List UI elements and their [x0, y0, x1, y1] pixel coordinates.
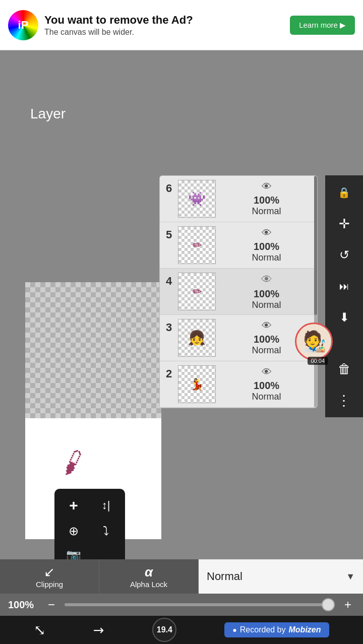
- layer-info: 👁 100% Normal: [220, 366, 313, 402]
- ad-text: You want to remove the Ad? The canvas wi…: [44, 14, 284, 37]
- layer-opacity: 100%: [254, 380, 279, 392]
- transform-tool-button[interactable]: ↗: [90, 620, 108, 639]
- opacity-decrease-button[interactable]: −: [44, 598, 58, 612]
- record-text: Recorded by: [240, 625, 286, 634]
- layer-blend-mode: Normal: [252, 345, 281, 356]
- merge-button[interactable]: ⤵: [92, 521, 120, 541]
- layer-number: 5: [164, 226, 174, 241]
- record-icon: ●: [232, 626, 236, 634]
- add-layer-button[interactable]: +: [59, 494, 88, 517]
- layer-row[interactable]: 6 👾 👁 100% Normal: [160, 176, 317, 222]
- brush-size-value: 19.4: [157, 625, 172, 634]
- layer-thumbnail: ✏: [178, 273, 216, 310]
- ad-title: You want to remove the Ad?: [44, 14, 284, 27]
- layer-number: 2: [164, 365, 174, 380]
- layer-visibility-icon[interactable]: 👁: [262, 320, 272, 332]
- opacity-bar: 100% − +: [0, 594, 363, 616]
- canvas-area: Layer 🖌 6 👾 👁 100% Normal 5 ✏: [0, 50, 363, 590]
- layer-info: 👁 100% Normal: [220, 273, 313, 310]
- opacity-slider-thumb[interactable]: [322, 598, 335, 611]
- blend-mode-text: Normal: [207, 570, 243, 583]
- canvas-checker: [25, 282, 161, 418]
- layer-blend-mode: Normal: [252, 252, 281, 263]
- layer-thumbnail: 👾: [178, 180, 216, 218]
- layer-opacity: 100%: [254, 241, 279, 252]
- ad-logo: iP: [8, 10, 38, 40]
- blend-mode-arrow-icon: ▼: [346, 571, 355, 582]
- layer-thumbnail: ✏: [178, 226, 216, 264]
- layer-row[interactable]: 5 ✏ 👁 100% Normal: [160, 222, 317, 269]
- right-panel: 🔒 ✛ ↺ ⏭ ⬇ 🗑 ⋮: [325, 175, 363, 417]
- lock-icon[interactable]: 🔒: [331, 179, 357, 206]
- clipping-button[interactable]: ↙ Clipping: [0, 559, 99, 594]
- ad-logo-text: iP: [18, 19, 29, 32]
- layer-row[interactable]: 3 👧 👁 100% Normal: [160, 315, 317, 361]
- flip-layer-button[interactable]: ↕|: [92, 494, 120, 517]
- layer-number: 6: [164, 180, 174, 195]
- opacity-increase-button[interactable]: +: [341, 598, 355, 612]
- brush-size-indicator[interactable]: 19.4: [152, 618, 176, 642]
- bottom-bar: ↙ Clipping α Alpha Lock Normal ▼: [0, 559, 363, 594]
- record-badge: ● Recorded by Mobizen: [224, 622, 329, 637]
- move-tool-button[interactable]: ✛: [331, 211, 357, 237]
- layer-thumbnail: 👧: [178, 319, 216, 357]
- layer-blend-mode: Normal: [252, 206, 281, 217]
- layer-row[interactable]: 2 💃 👁 100% Normal: [160, 361, 317, 408]
- layer-visibility-icon[interactable]: 👁: [262, 366, 272, 378]
- layer-row-active[interactable]: 4 ✏ 👁 100% Normal: [160, 269, 317, 315]
- skip-button[interactable]: ⏭: [331, 273, 357, 299]
- layer-opacity: 100%: [254, 288, 279, 300]
- layer-blend-mode: Normal: [252, 300, 281, 310]
- add-group-button[interactable]: ⊕: [59, 521, 88, 541]
- ad-learn-more-button[interactable]: Learn more ▶: [290, 16, 355, 35]
- layer-visibility-icon[interactable]: 👁: [262, 227, 272, 239]
- opacity-value: 100%: [8, 599, 38, 611]
- layer-thumbnail: 💃: [178, 365, 216, 403]
- layer-toolbar: + ↕| ⊕ ⤵ 📷: [54, 489, 125, 570]
- layer-info: 👁 100% Normal: [220, 227, 313, 263]
- record-brand: Mobizen: [289, 625, 321, 634]
- select-tool-button[interactable]: ⤡: [34, 622, 45, 638]
- alpha-lock-button[interactable]: α Alpha Lock: [99, 559, 199, 594]
- avatar-timer: 00:04: [308, 357, 328, 365]
- layer-number: 3: [164, 319, 174, 334]
- layer-blend-mode: Normal: [252, 392, 281, 402]
- avatar: 🧑‍🎨: [295, 323, 333, 360]
- undo-button[interactable]: ↺: [331, 242, 357, 268]
- layer-opacity: 100%: [254, 195, 279, 206]
- layer-visibility-icon[interactable]: 👁: [262, 181, 272, 192]
- layer-number: 4: [164, 273, 174, 288]
- layer-info: 👁 100% Normal: [220, 181, 313, 217]
- layer-scrollbar-thumb[interactable]: [314, 176, 317, 315]
- layer-scrollbar[interactable]: [314, 176, 317, 408]
- delete-layer-button[interactable]: 🗑: [331, 356, 357, 382]
- blend-mode-button[interactable]: Normal ▼: [199, 559, 363, 594]
- layer-panel: 6 👾 👁 100% Normal 5 ✏ 👁 100% Normal: [159, 175, 318, 408]
- ad-banner: iP You want to remove the Ad? The canvas…: [0, 0, 363, 50]
- merge-down-button[interactable]: ⬇: [331, 304, 357, 331]
- ad-subtitle: The canvas will be wider.: [44, 28, 284, 37]
- main-bottom-toolbar: ⤡ ↗ 19.4 ● Recorded by Mobizen: [0, 616, 363, 644]
- opacity-slider[interactable]: [65, 603, 335, 606]
- more-options-button[interactable]: ⋮: [331, 387, 357, 413]
- layer-panel-title: Layer: [30, 106, 66, 122]
- layer-opacity: 100%: [254, 334, 279, 345]
- layer-visibility-icon[interactable]: 👁: [261, 273, 272, 286]
